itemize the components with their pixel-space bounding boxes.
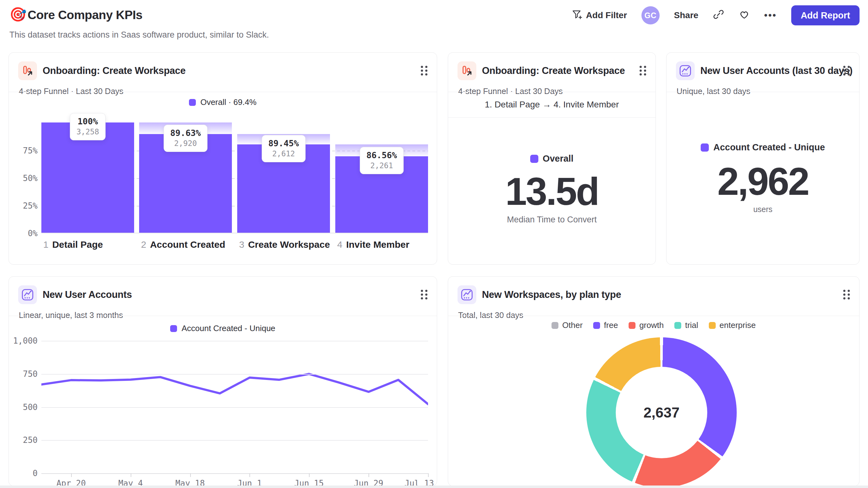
legend-item-free[interactable]: free [593, 320, 618, 330]
card-title: New Workspaces, by plan type [482, 289, 621, 300]
x-label-detail-page: 1Detail Page [43, 239, 103, 250]
gridline-500 [41, 407, 428, 408]
funnel-tooltip: 86.56% 2,261 [360, 147, 404, 174]
drag-handle-icon[interactable] [843, 290, 850, 299]
share-button[interactable]: Share [674, 10, 699, 20]
funnel-bar-account-created[interactable]: 89.63% 2,920 [139, 123, 232, 233]
drag-handle-icon[interactable] [421, 66, 427, 75]
drag-handle-icon[interactable] [421, 290, 427, 299]
copy-link-button[interactable] [713, 9, 724, 22]
x-label-invite-member: 4Invite Member [337, 239, 409, 250]
tooltip-pct: 86.56% [366, 150, 397, 160]
drag-handle-icon[interactable] [843, 66, 850, 75]
page-title: Core Company KPIs [28, 8, 142, 22]
trend-legend[interactable]: Account Created - Unique [9, 324, 437, 333]
card-title: Onboarding: Create Workspace [42, 65, 186, 76]
donut-hole: 2,637 [616, 367, 707, 458]
legend-item-growth[interactable]: growth [629, 320, 664, 330]
donut-center-total: 2,637 [643, 404, 679, 421]
legend-label: Account Created - Unique [181, 324, 275, 333]
legend-label: Overall [543, 154, 574, 164]
link-icon [713, 9, 724, 22]
drag-handle-icon[interactable] [640, 66, 646, 75]
tooltip-count: 2,261 [366, 161, 397, 170]
card-title: Onboarding: Create Workspace [482, 65, 625, 76]
legend-swatch-enterprise [709, 322, 716, 329]
tooltip-pct: 89.45% [268, 138, 299, 148]
median-time-value: 13.5d [448, 169, 655, 214]
legend-swatch-other [552, 322, 558, 329]
page-bottom-strip [0, 486, 868, 488]
unique-legend[interactable]: Account Created - Unique [666, 142, 859, 153]
legend-swatch-account-created [701, 143, 709, 152]
funnel-report-icon [458, 61, 476, 80]
x-label-create-workspace: 3Create Workspace [239, 239, 330, 250]
avatar[interactable]: GC [642, 6, 660, 25]
legend-label: Account Created - Unique [713, 142, 825, 153]
add-report-button[interactable]: Add Report [791, 5, 860, 25]
x-tick [190, 473, 191, 477]
x-tick [428, 473, 429, 477]
tooltip-count: 2,612 [268, 150, 299, 158]
funnel-tooltip: 100% 3,258 [70, 113, 105, 140]
ttc-legend[interactable]: Overall [448, 154, 655, 164]
legend-item-trial[interactable]: trial [674, 320, 698, 330]
legend-swatch-overall [530, 155, 538, 163]
favorite-button[interactable] [739, 9, 750, 22]
funnel-bar-invite-member[interactable]: 86.56% 2,261 [335, 123, 428, 233]
legend-label: Overall · 69.4% [200, 97, 256, 107]
funnel-report-icon [18, 61, 37, 80]
more-menu-button[interactable]: ••• [764, 10, 777, 21]
x-axis-line [41, 473, 428, 474]
funnel-plot: 100% 3,258 89.63% 2,920 89.45% 2,612 [41, 123, 428, 233]
card-new-workspaces-by-plan: New Workspaces, by plan type Total, last… [448, 276, 860, 486]
funnel-bar-create-workspace[interactable]: 89.45% 2,612 [237, 123, 330, 233]
legend-label: growth [639, 320, 664, 330]
plan-donut-chart[interactable]: 2,637 [586, 337, 737, 488]
legend-label: enterprise [719, 320, 756, 330]
y-tick-750: 750 [11, 369, 38, 379]
card-new-user-accounts-30d: New User Accounts (last 30 days) Unique,… [666, 52, 860, 265]
gridline-1000 [41, 341, 428, 341]
tooltip-pct: 100% [76, 117, 99, 126]
card-subtitle: Total, last 30 days [458, 311, 523, 320]
insights-report-icon [458, 285, 476, 304]
filter-plus-icon [571, 9, 582, 22]
y-tick-1000: 1,000 [11, 336, 38, 346]
dashboard-page: 🎯 Core Company KPIs This dataset tracks … [0, 0, 868, 488]
card-time-to-convert: Onboarding: Create Workspace 4-step Funn… [448, 52, 656, 265]
card-title: New User Accounts [42, 289, 132, 300]
divider [448, 316, 859, 316]
x-tick [71, 473, 72, 477]
card-title: New User Accounts (last 30 days) [700, 65, 852, 76]
median-time-caption: Median Time to Convert [448, 215, 655, 225]
page-subtitle: This dataset tracks actions in Saas soft… [9, 30, 269, 40]
y-tick-75: 75% [11, 146, 38, 155]
y-tick-25: 25% [11, 201, 38, 210]
legend-label: Other [562, 320, 583, 330]
legend-item-other[interactable]: Other [552, 320, 583, 330]
funnel-range-label: 1. Detail Page → 4. Invite Member [448, 92, 655, 118]
legend-swatch-overall [189, 99, 196, 106]
legend-item-enterprise[interactable]: enterprise [709, 320, 756, 330]
legend-label: free [604, 320, 618, 330]
funnel-bar-detail-page[interactable]: 100% 3,258 [41, 123, 134, 233]
x-tick [369, 473, 369, 477]
legend-label: trial [685, 320, 698, 330]
y-tick-250: 250 [11, 435, 38, 445]
legend-swatch-trial [674, 322, 681, 329]
y-tick-0: 0 [11, 468, 38, 478]
add-filter-button[interactable]: Add Filter [571, 9, 627, 22]
heart-icon [739, 9, 750, 22]
x-label-account-created: 2Account Created [141, 239, 225, 250]
board-logo-target-emoji: 🎯 [9, 7, 27, 21]
y-tick-50: 50% [11, 173, 38, 183]
tooltip-count: 3,258 [76, 128, 99, 136]
x-tick [309, 473, 310, 477]
funnel-tooltip: 89.45% 2,612 [262, 135, 306, 162]
legend-swatch-account-created [170, 325, 177, 332]
add-filter-label: Add Filter [586, 10, 627, 20]
y-tick-0: 0% [11, 229, 38, 238]
funnel-legend[interactable]: Overall · 69.4% [9, 97, 437, 107]
gridline-250 [41, 440, 428, 441]
